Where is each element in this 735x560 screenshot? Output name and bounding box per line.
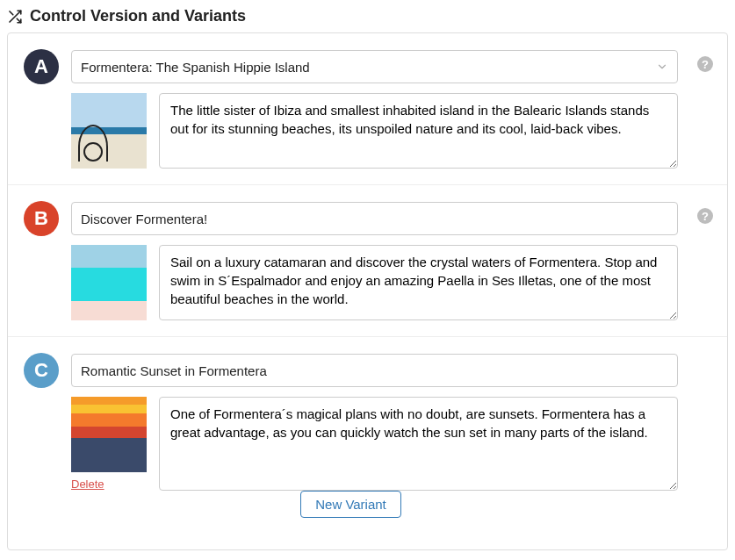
variants-container: ? A Formentera: The Spanish Hippie Islan… [7, 32, 728, 550]
variant-description[interactable] [159, 93, 678, 169]
shuffle-icon [7, 9, 23, 25]
variant-title-select[interactable]: Formentera: The Spanish Hippie Island [71, 50, 678, 83]
sunset-thumb[interactable] [71, 397, 147, 472]
beach-bicycle-thumb[interactable] [71, 93, 147, 169]
variant-row: ? A Formentera: The Spanish Hippie Islan… [8, 33, 727, 184]
variant-title-input[interactable] [71, 202, 678, 235]
variant-title-text: Formentera: The Spanish Hippie Island [81, 60, 310, 75]
variant-description[interactable] [159, 245, 678, 320]
new-variant-button[interactable]: New Variant [300, 491, 401, 518]
chevron-down-icon [656, 61, 668, 73]
delete-link[interactable]: Delete [71, 477, 147, 491]
svg-line-2 [10, 11, 13, 15]
help-icon[interactable]: ? [697, 56, 713, 72]
variant-row: C Delete New Variant [8, 336, 727, 549]
turquoise-water-thumb[interactable] [71, 245, 147, 320]
help-icon[interactable]: ? [697, 208, 713, 224]
variant-badge: C [24, 353, 59, 388]
variant-badge: A [24, 49, 59, 84]
variant-row: ? B [8, 184, 727, 336]
variant-badge: B [24, 201, 59, 236]
variant-description[interactable] [159, 397, 678, 491]
section-title: Control Version and Variants [30, 7, 246, 25]
section-header: Control Version and Variants [7, 7, 728, 32]
variant-title-input[interactable] [71, 354, 678, 387]
